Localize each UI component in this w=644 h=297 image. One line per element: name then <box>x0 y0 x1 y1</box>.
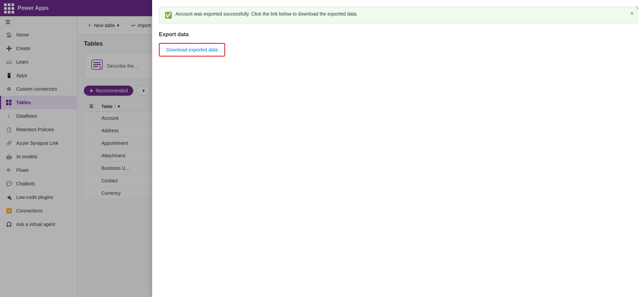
export-panel: × ✅ Account was exported successfully. C… <box>152 0 644 297</box>
success-icon: ✅ <box>165 12 172 19</box>
notification-text: Account was exported successfully. Click… <box>175 11 631 17</box>
export-title: Export data <box>159 31 637 38</box>
notification-close-button[interactable]: × <box>630 10 634 17</box>
success-notification: ✅ Account was exported successfully. Cli… <box>159 7 637 23</box>
download-label: Download exported data <box>166 47 218 52</box>
download-exported-data-button[interactable]: Download exported data <box>159 43 225 56</box>
export-section: Export data Download exported data <box>152 23 644 65</box>
